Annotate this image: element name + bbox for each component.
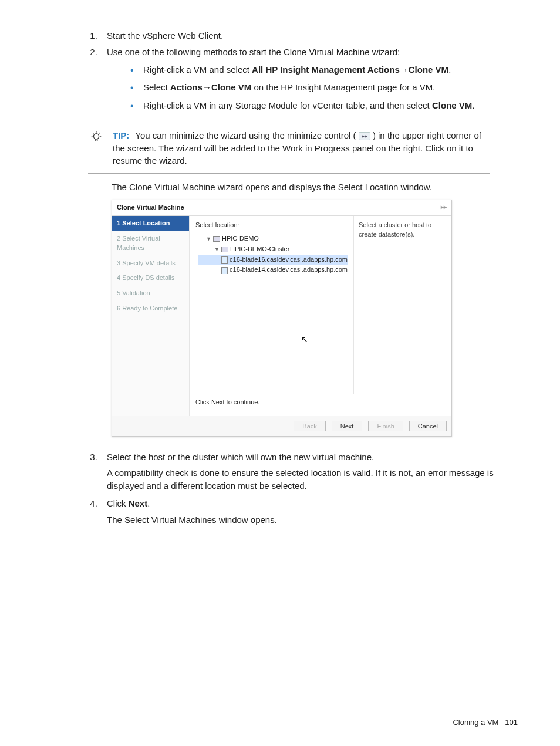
step-2-text: Use one of the following methods to star… [107,47,400,57]
select-location-label: Select location: [195,221,348,230]
tree-host-1[interactable]: c16-blade16.casldev.casl.adapps.hp.com [198,255,348,265]
wizard-step-1[interactable]: 1 Select Location [112,216,189,231]
minimize-icon[interactable]: ▸▸ [441,203,447,212]
step-3-note: A compatibility check is done to ensure … [107,467,525,492]
wizard-dialog: Clone Virtual Machine ▸▸ 1 Select Locati… [112,200,452,437]
step-2: Use one of the following methods to star… [100,46,525,112]
chevron-down-icon[interactable]: ▼ [206,236,211,242]
chevron-down-icon[interactable]: ▼ [214,247,220,252]
wizard-step-3[interactable]: 3 Specify VM details [112,256,189,271]
wizard-buttons: Back Next Finish Cancel [112,416,451,436]
host-icon [221,267,228,274]
tree-cluster[interactable]: ▼HPIC-DEMO-Cluster [198,244,348,255]
location-tree: ▼HPIC-DEMO ▼HPIC-DEMO-Cluster c16-blade1… [195,234,348,276]
cancel-button[interactable]: Cancel [409,421,447,431]
tree-datacenter[interactable]: ▼HPIC-DEMO [198,234,348,244]
tip-icon [88,129,104,167]
ordered-steps: Start the vSphere Web Client. Use one of… [35,29,525,112]
wizard-step-6[interactable]: 6 Ready to Complete [112,301,189,316]
step-4-note: The Select Virtual Machines window opens… [107,514,525,526]
wizard-step-5[interactable]: 5 Validation [112,286,189,301]
step-1: Start the vSphere Web Client. [100,29,525,42]
datacenter-icon [213,236,220,242]
tip-body: TIP: You can minimize the wizard using t… [113,129,490,167]
wizard-title: Clone Virtual Machine [117,203,184,212]
host-icon [221,256,228,264]
bullet-2: Select Actions→Clone VM on the HP Insigh… [130,81,525,94]
after-tip-text: The Clone Virtual Machine wizard opens a… [112,181,490,194]
bullet-3: Right-click a VM in any Storage Module f… [130,99,525,112]
step-4: Click Next. The Select Virtual Machines … [100,497,525,526]
svg-line-5 [99,133,100,133]
wizard-titlebar: Clone Virtual Machine ▸▸ [112,200,451,216]
next-button[interactable]: Next [332,421,363,431]
step-3-text: Select the host or the cluster which wil… [107,452,374,462]
tree-panel: Select location: ▼HPIC-DEMO ▼HPIC-DEMO-C… [190,216,354,394]
step-2-bullets: Right-click a VM and select All HP Insig… [107,63,525,112]
svg-line-4 [93,133,93,133]
lightbulb-icon [90,131,103,144]
tip-label: TIP: [113,130,129,140]
cursor-icon: ↖ [301,333,308,345]
cluster-icon [221,247,228,252]
minimize-control-icon: ▸▸ [359,132,370,140]
bullet-1: Right-click a VM and select All HP Insig… [130,63,525,77]
wizard-step-2[interactable]: 2 Select Virtual Machines [112,231,189,256]
svg-point-0 [93,133,99,139]
wizard-steps-sidebar: 1 Select Location 2 Select Virtual Machi… [112,216,190,416]
wizard-footnote: Click Next to continue. [190,394,451,416]
tip-block: TIP: You can minimize the wizard using t… [88,123,490,174]
finish-button[interactable]: Finish [368,421,403,431]
wizard-step-4[interactable]: 4 Specify DS details [112,271,189,286]
step-3: Select the host or the cluster which wil… [100,451,525,492]
tree-host-2[interactable]: c16-blade14.casldev.casl.adapps.hp.com [198,265,348,275]
hint-panel: Select a cluster or host to create datas… [354,216,451,394]
ordered-steps-continued: Select the host or the cluster which wil… [35,451,525,526]
back-button[interactable]: Back [294,421,325,431]
step-1-text: Start the vSphere Web Client. [107,31,223,40]
